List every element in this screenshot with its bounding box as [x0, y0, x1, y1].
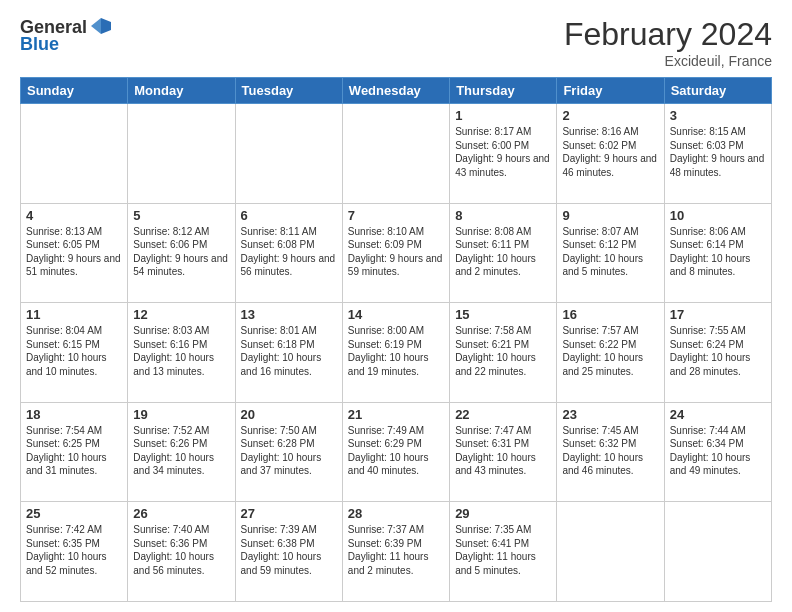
- col-saturday: Saturday: [664, 78, 771, 104]
- table-row: 24Sunrise: 7:44 AM Sunset: 6:34 PM Dayli…: [664, 402, 771, 502]
- day-number: 2: [562, 108, 658, 123]
- day-info: Sunrise: 8:04 AM Sunset: 6:15 PM Dayligh…: [26, 324, 122, 378]
- day-number: 17: [670, 307, 766, 322]
- day-info: Sunrise: 8:10 AM Sunset: 6:09 PM Dayligh…: [348, 225, 444, 279]
- location: Excideuil, France: [564, 53, 772, 69]
- col-friday: Friday: [557, 78, 664, 104]
- day-number: 15: [455, 307, 551, 322]
- table-row: 18Sunrise: 7:54 AM Sunset: 6:25 PM Dayli…: [21, 402, 128, 502]
- calendar-week-row: 11Sunrise: 8:04 AM Sunset: 6:15 PM Dayli…: [21, 303, 772, 403]
- day-number: 22: [455, 407, 551, 422]
- calendar-week-row: 25Sunrise: 7:42 AM Sunset: 6:35 PM Dayli…: [21, 502, 772, 602]
- col-tuesday: Tuesday: [235, 78, 342, 104]
- day-info: Sunrise: 8:06 AM Sunset: 6:14 PM Dayligh…: [670, 225, 766, 279]
- calendar-week-row: 4Sunrise: 8:13 AM Sunset: 6:05 PM Daylig…: [21, 203, 772, 303]
- col-thursday: Thursday: [450, 78, 557, 104]
- table-row: 29Sunrise: 7:35 AM Sunset: 6:41 PM Dayli…: [450, 502, 557, 602]
- day-info: Sunrise: 7:37 AM Sunset: 6:39 PM Dayligh…: [348, 523, 444, 577]
- day-number: 8: [455, 208, 551, 223]
- day-info: Sunrise: 8:15 AM Sunset: 6:03 PM Dayligh…: [670, 125, 766, 179]
- day-info: Sunrise: 7:52 AM Sunset: 6:26 PM Dayligh…: [133, 424, 229, 478]
- table-row: 6Sunrise: 8:11 AM Sunset: 6:08 PM Daylig…: [235, 203, 342, 303]
- day-number: 16: [562, 307, 658, 322]
- day-number: 14: [348, 307, 444, 322]
- day-number: 11: [26, 307, 122, 322]
- table-row: 25Sunrise: 7:42 AM Sunset: 6:35 PM Dayli…: [21, 502, 128, 602]
- day-info: Sunrise: 8:13 AM Sunset: 6:05 PM Dayligh…: [26, 225, 122, 279]
- day-number: 29: [455, 506, 551, 521]
- table-row: 28Sunrise: 7:37 AM Sunset: 6:39 PM Dayli…: [342, 502, 449, 602]
- day-number: 3: [670, 108, 766, 123]
- table-row: [557, 502, 664, 602]
- table-row: [235, 104, 342, 204]
- table-row: 19Sunrise: 7:52 AM Sunset: 6:26 PM Dayli…: [128, 402, 235, 502]
- day-info: Sunrise: 7:35 AM Sunset: 6:41 PM Dayligh…: [455, 523, 551, 577]
- table-row: [21, 104, 128, 204]
- day-info: Sunrise: 7:40 AM Sunset: 6:36 PM Dayligh…: [133, 523, 229, 577]
- day-info: Sunrise: 8:01 AM Sunset: 6:18 PM Dayligh…: [241, 324, 337, 378]
- day-number: 28: [348, 506, 444, 521]
- calendar-table: Sunday Monday Tuesday Wednesday Thursday…: [20, 77, 772, 602]
- table-row: 23Sunrise: 7:45 AM Sunset: 6:32 PM Dayli…: [557, 402, 664, 502]
- table-row: 12Sunrise: 8:03 AM Sunset: 6:16 PM Dayli…: [128, 303, 235, 403]
- table-row: 10Sunrise: 8:06 AM Sunset: 6:14 PM Dayli…: [664, 203, 771, 303]
- col-wednesday: Wednesday: [342, 78, 449, 104]
- day-info: Sunrise: 7:42 AM Sunset: 6:35 PM Dayligh…: [26, 523, 122, 577]
- day-info: Sunrise: 8:07 AM Sunset: 6:12 PM Dayligh…: [562, 225, 658, 279]
- table-row: 16Sunrise: 7:57 AM Sunset: 6:22 PM Dayli…: [557, 303, 664, 403]
- table-row: 5Sunrise: 8:12 AM Sunset: 6:06 PM Daylig…: [128, 203, 235, 303]
- table-row: 22Sunrise: 7:47 AM Sunset: 6:31 PM Dayli…: [450, 402, 557, 502]
- day-number: 19: [133, 407, 229, 422]
- day-number: 9: [562, 208, 658, 223]
- day-info: Sunrise: 8:17 AM Sunset: 6:00 PM Dayligh…: [455, 125, 551, 179]
- table-row: 7Sunrise: 8:10 AM Sunset: 6:09 PM Daylig…: [342, 203, 449, 303]
- day-info: Sunrise: 7:45 AM Sunset: 6:32 PM Dayligh…: [562, 424, 658, 478]
- table-row: 21Sunrise: 7:49 AM Sunset: 6:29 PM Dayli…: [342, 402, 449, 502]
- calendar-week-row: 1Sunrise: 8:17 AM Sunset: 6:00 PM Daylig…: [21, 104, 772, 204]
- month-title: February 2024: [564, 16, 772, 53]
- day-number: 27: [241, 506, 337, 521]
- calendar-week-row: 18Sunrise: 7:54 AM Sunset: 6:25 PM Dayli…: [21, 402, 772, 502]
- day-info: Sunrise: 7:58 AM Sunset: 6:21 PM Dayligh…: [455, 324, 551, 378]
- day-info: Sunrise: 8:00 AM Sunset: 6:19 PM Dayligh…: [348, 324, 444, 378]
- day-number: 12: [133, 307, 229, 322]
- day-number: 24: [670, 407, 766, 422]
- day-info: Sunrise: 7:55 AM Sunset: 6:24 PM Dayligh…: [670, 324, 766, 378]
- day-info: Sunrise: 8:11 AM Sunset: 6:08 PM Dayligh…: [241, 225, 337, 279]
- header: General Blue February 2024 Excideuil, Fr…: [20, 16, 772, 69]
- title-section: February 2024 Excideuil, France: [564, 16, 772, 69]
- calendar-header-row: Sunday Monday Tuesday Wednesday Thursday…: [21, 78, 772, 104]
- page: General Blue February 2024 Excideuil, Fr…: [0, 0, 792, 612]
- table-row: [342, 104, 449, 204]
- table-row: 11Sunrise: 8:04 AM Sunset: 6:15 PM Dayli…: [21, 303, 128, 403]
- table-row: 3Sunrise: 8:15 AM Sunset: 6:03 PM Daylig…: [664, 104, 771, 204]
- table-row: 13Sunrise: 8:01 AM Sunset: 6:18 PM Dayli…: [235, 303, 342, 403]
- col-sunday: Sunday: [21, 78, 128, 104]
- day-info: Sunrise: 7:44 AM Sunset: 6:34 PM Dayligh…: [670, 424, 766, 478]
- table-row: [664, 502, 771, 602]
- day-info: Sunrise: 8:12 AM Sunset: 6:06 PM Dayligh…: [133, 225, 229, 279]
- table-row: 17Sunrise: 7:55 AM Sunset: 6:24 PM Dayli…: [664, 303, 771, 403]
- table-row: 2Sunrise: 8:16 AM Sunset: 6:02 PM Daylig…: [557, 104, 664, 204]
- day-number: 6: [241, 208, 337, 223]
- table-row: 9Sunrise: 8:07 AM Sunset: 6:12 PM Daylig…: [557, 203, 664, 303]
- logo-icon: [89, 14, 113, 38]
- day-number: 18: [26, 407, 122, 422]
- table-row: 1Sunrise: 8:17 AM Sunset: 6:00 PM Daylig…: [450, 104, 557, 204]
- day-info: Sunrise: 7:39 AM Sunset: 6:38 PM Dayligh…: [241, 523, 337, 577]
- day-info: Sunrise: 7:49 AM Sunset: 6:29 PM Dayligh…: [348, 424, 444, 478]
- table-row: [128, 104, 235, 204]
- table-row: 8Sunrise: 8:08 AM Sunset: 6:11 PM Daylig…: [450, 203, 557, 303]
- day-number: 25: [26, 506, 122, 521]
- day-info: Sunrise: 8:16 AM Sunset: 6:02 PM Dayligh…: [562, 125, 658, 179]
- day-number: 26: [133, 506, 229, 521]
- table-row: 27Sunrise: 7:39 AM Sunset: 6:38 PM Dayli…: [235, 502, 342, 602]
- day-number: 20: [241, 407, 337, 422]
- logo-blue-text: Blue: [20, 34, 59, 55]
- day-number: 5: [133, 208, 229, 223]
- table-row: 15Sunrise: 7:58 AM Sunset: 6:21 PM Dayli…: [450, 303, 557, 403]
- day-info: Sunrise: 7:47 AM Sunset: 6:31 PM Dayligh…: [455, 424, 551, 478]
- day-number: 1: [455, 108, 551, 123]
- day-number: 23: [562, 407, 658, 422]
- day-number: 10: [670, 208, 766, 223]
